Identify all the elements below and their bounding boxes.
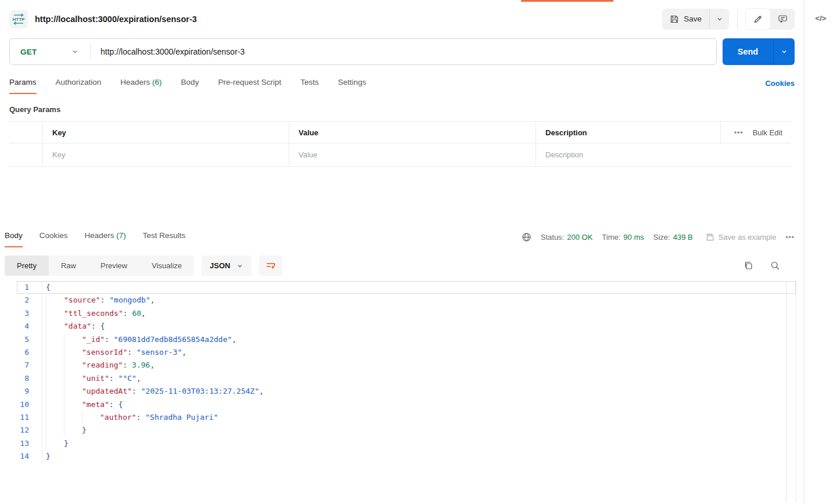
indent-guide [64,424,82,437]
view-tab-preview[interactable]: Preview [88,255,139,276]
cookies-link[interactable]: Cookies [765,79,795,94]
line-number: 6 [17,346,29,359]
save-icon [706,233,714,242]
token-p: , [182,348,186,357]
indent-guide [64,359,82,372]
indent-guide [46,294,64,307]
wrap-lines-icon [265,261,276,271]
tab-body[interactable]: Body [181,78,199,94]
network-globe-icon[interactable] [522,232,531,242]
fold-gutter[interactable] [29,398,42,411]
indent-guide [46,411,64,424]
wrap-lines-button[interactable] [259,255,282,276]
format-selector[interactable]: JSON [202,255,252,276]
fold-gutter[interactable] [29,450,42,463]
indent-guide [64,385,82,398]
key-input[interactable]: Key [42,143,289,166]
response-tab-headers[interactable]: Headers (7) [85,231,126,247]
fold-gutter[interactable] [29,385,42,398]
line-number: 13 [17,437,29,450]
time-badge: Time: 90 ms [602,233,644,242]
editor-scrollbar-track[interactable] [786,281,786,502]
view-tab-pretty[interactable]: Pretty [5,255,49,276]
topbar-divider [737,9,738,29]
save-options-dropdown[interactable] [709,9,729,30]
status-badge: Status: 200 OK [541,233,593,242]
save-as-example-label: Save as example [719,233,777,242]
view-tab-visualize[interactable]: Visualize [139,255,194,276]
send-button-group: Send [723,38,795,65]
code-line: 5"_id": "69081dd7edb8d565854a2dde", [17,333,796,346]
value-header-label: Value [299,128,318,137]
fold-gutter[interactable] [29,411,42,424]
fold-gutter[interactable] [29,333,42,346]
edit-request-button[interactable] [746,9,770,30]
fold-gutter[interactable] [29,437,42,450]
tab-headers[interactable]: Headers (6) [120,78,161,94]
token-p: : [105,335,114,344]
save-as-example-button[interactable]: Save as example [706,233,777,242]
token-str: "Shradha Pujari" [145,413,218,422]
description-input[interactable]: Description [536,143,720,166]
code-snippet-icon[interactable]: </> [816,14,827,23]
method-selector[interactable]: GET [10,48,90,56]
indent-guide [46,346,64,359]
view-tab-raw[interactable]: Raw [49,255,88,276]
send-button[interactable]: Send [723,38,773,65]
line-number: 8 [17,372,29,385]
token-p: : [127,348,136,357]
fold-gutter[interactable] [29,281,42,294]
value-column-header: Value [289,122,536,143]
response-tab-body[interactable]: Body [5,231,23,247]
search-icon[interactable] [770,261,780,271]
tab-settings[interactable]: Settings [338,78,367,94]
save-button[interactable]: Save [662,9,709,30]
tab-tests[interactable]: Tests [300,78,319,94]
fold-gutter[interactable] [29,359,42,372]
value-input[interactable]: Value [289,143,536,166]
code-content: "author": "Shradha Pujari" [42,411,796,424]
token-key: "updatedAt" [82,387,132,395]
response-tab-cookies[interactable]: Cookies [39,231,68,247]
format-label: JSON [210,261,230,270]
status-label: Status: [541,233,564,242]
fold-gutter[interactable] [29,424,42,437]
bulk-edit-button[interactable]: Bulk Edit [753,128,782,137]
token-p: : [136,413,146,422]
request-tabs-row: ParamsAuthorizationHeaders (6)BodyPre-re… [0,74,804,94]
fold-gutter[interactable] [29,320,42,333]
response-more-options-icon[interactable]: ••• [785,233,795,242]
send-options-dropdown[interactable] [773,38,795,65]
line-number: 14 [17,450,29,463]
code-line: 10"meta": { [17,398,796,411]
indent-guide [46,424,64,437]
fold-gutter[interactable] [29,372,42,385]
token-p: , [136,374,141,383]
save-button-group: Save [662,9,729,30]
query-params-header-row: Key Value Description ••• Bulk Edit [9,121,791,143]
url-input[interactable]: http://localhost:3000/expiration/sensor-… [91,47,716,56]
fold-gutter[interactable] [29,346,42,359]
response-tab-test-results[interactable]: Test Results [143,231,186,247]
code-line: 14} [17,450,796,463]
indent-guide [46,359,64,372]
comments-button[interactable] [770,9,795,30]
token-p: , [141,309,146,318]
tab-params[interactable]: Params [9,78,37,94]
tab-authorization[interactable]: Authorization [56,78,102,94]
response-body-editor[interactable]: 1{2"source": "mongodb",3"ttl_seconds": 6… [17,281,796,502]
more-options-icon[interactable]: ••• [734,128,743,136]
code-line: 11"author": "Shradha Pujari" [17,411,796,424]
token-p: : [91,322,100,330]
token-key: "ttl_seconds" [64,309,123,318]
token-p: , [150,296,155,304]
fold-gutter[interactable] [29,307,42,320]
copy-icon[interactable] [743,261,753,271]
fold-gutter[interactable] [29,294,42,307]
tab-pre-request-script[interactable]: Pre-request Script [218,78,281,94]
code-line: 6"sensorId": "sensor-3", [17,346,796,359]
indent-guide [46,307,64,320]
request-title-bar: HTTP http://localhost:3000/expiration/se… [0,0,804,36]
token-p: , [259,387,264,395]
pencil-icon [753,15,763,24]
